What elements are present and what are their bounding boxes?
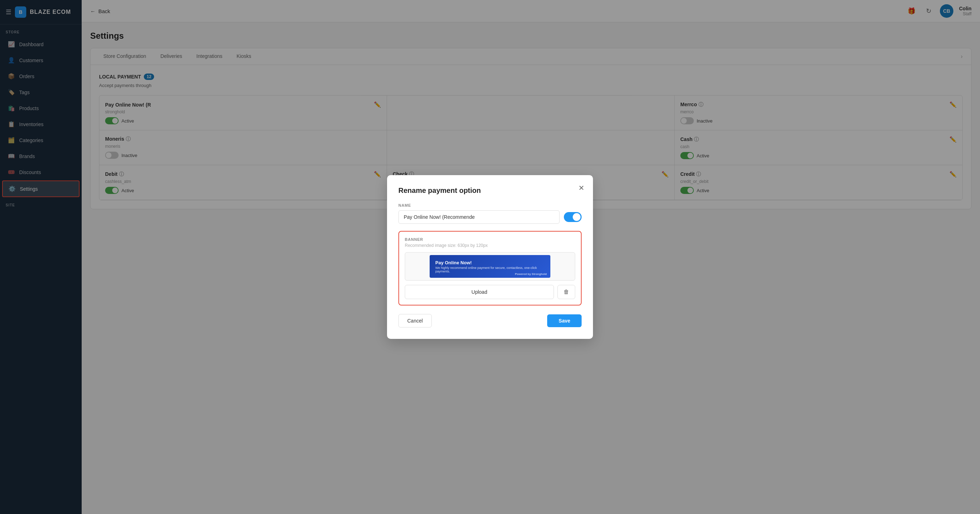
name-row bbox=[398, 210, 582, 224]
banner-hint: Recommended image size: 630px by 120px bbox=[405, 243, 575, 248]
upload-button[interactable]: Upload bbox=[405, 285, 554, 299]
rename-payment-modal: Rename payment option ✕ NAME BANNER Reco… bbox=[387, 175, 593, 339]
name-field-label: NAME bbox=[398, 203, 582, 207]
banner-powered-by: Powered by Stronghold bbox=[515, 272, 547, 276]
banner-img-title: Pay Online Now! bbox=[435, 260, 472, 265]
page-body: Settings Store Configuration Deliveries … bbox=[82, 22, 980, 514]
banner-img-sub: We highly recommend online payment for s… bbox=[435, 266, 545, 273]
name-input[interactable] bbox=[398, 210, 560, 224]
banner-image: Pay Online Now! We highly recommend onli… bbox=[430, 255, 550, 278]
modal-toggle[interactable] bbox=[564, 212, 582, 222]
banner-preview: Pay Online Now! We highly recommend onli… bbox=[405, 252, 575, 281]
banner-actions: Upload 🗑 bbox=[405, 285, 575, 299]
banner-label: BANNER bbox=[405, 237, 575, 242]
modal-footer: Cancel Save bbox=[398, 314, 582, 328]
delete-banner-button[interactable]: 🗑 bbox=[557, 285, 575, 299]
modal-close-button[interactable]: ✕ bbox=[578, 184, 584, 192]
trash-icon: 🗑 bbox=[563, 289, 569, 295]
main-content: ← Back 🎁 ↻ CB Colin Staff Settings Store… bbox=[82, 0, 980, 514]
modal-title: Rename payment option bbox=[398, 186, 582, 195]
modal-overlay: Rename payment option ✕ NAME BANNER Reco… bbox=[82, 22, 980, 514]
cancel-button[interactable]: Cancel bbox=[398, 314, 432, 328]
banner-section: BANNER Recommended image size: 630px by … bbox=[398, 231, 582, 306]
save-button[interactable]: Save bbox=[547, 314, 582, 327]
